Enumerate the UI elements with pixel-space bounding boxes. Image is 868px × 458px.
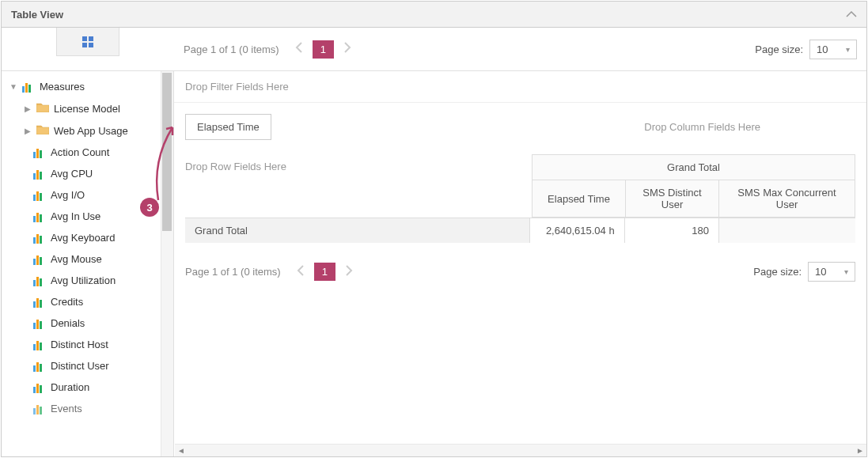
tree-item-avg-cpu[interactable]: Avg CPU <box>2 163 173 184</box>
collapse-toggle-icon[interactable]: ▼ <box>9 82 17 91</box>
bars-icon <box>33 361 46 372</box>
gt-value-elapsed: 2,640,615.04 h <box>529 218 624 243</box>
bars-icon <box>33 297 46 308</box>
tree-folder-web-app-usage[interactable]: ▶ Web App Usage <box>2 119 173 142</box>
svg-rect-3 <box>89 43 93 47</box>
tab-section <box>2 28 174 70</box>
horizontal-scrollbar[interactable]: ◄ ► <box>175 444 866 456</box>
pager-prev-icon[interactable] <box>294 265 308 279</box>
tree-label: Distinct Host <box>51 339 108 350</box>
tree-item-duration[interactable]: Duration <box>2 377 173 398</box>
pager-prev-icon[interactable] <box>292 42 306 56</box>
tree-label: License Model <box>54 103 120 115</box>
pager-nav: 1 <box>294 263 356 281</box>
annotation-badge: 3 <box>140 198 159 217</box>
tree-item-distinct-host[interactable]: Distinct Host <box>2 334 173 355</box>
tree-item-denials[interactable]: Denials <box>2 312 173 334</box>
panel-header: Table View <box>2 2 866 28</box>
tree-label: Avg I/O <box>51 189 85 201</box>
tree-label: Web App Usage <box>54 125 128 137</box>
tree-label: Avg Keyboard <box>51 232 115 244</box>
folder-icon <box>36 102 49 115</box>
col-header-elapsed-time[interactable]: Elapsed Time <box>533 180 626 218</box>
pivot-grid-row: Drop Row Fields Here Grand Total Elapsed… <box>185 154 855 218</box>
bars-icon <box>33 233 46 244</box>
grid-view-tab[interactable] <box>56 28 119 56</box>
caret-down-icon: ▾ <box>844 267 848 276</box>
row-drop-zone[interactable]: Drop Row Fields Here <box>185 154 532 218</box>
pager-next-icon[interactable] <box>340 42 354 56</box>
pager-next-icon[interactable] <box>342 265 356 279</box>
page-size-value: 10 <box>817 44 828 55</box>
bars-icon <box>33 190 46 201</box>
pager-nav: 1 <box>292 40 354 59</box>
grand-total-label: Grand Total <box>185 218 529 243</box>
data-field-chip[interactable]: Elapsed Time <box>185 114 271 140</box>
scroll-left-icon[interactable]: ◄ <box>175 445 188 457</box>
tree-item-credits[interactable]: Credits <box>2 291 173 312</box>
svg-rect-1 <box>89 36 93 41</box>
pager-current-page[interactable]: 1 <box>313 40 334 59</box>
bars-icon <box>33 403 46 414</box>
expand-toggle-icon[interactable]: ▶ <box>24 127 32 135</box>
tree-item-avg-utilization[interactable]: Avg Utilization <box>2 270 173 291</box>
page-size-select[interactable]: 10 ▾ <box>808 262 855 282</box>
bars-icon <box>33 211 46 222</box>
bars-icon <box>33 147 46 158</box>
collapse-icon[interactable] <box>846 8 857 21</box>
sidebar-scrollbar[interactable] <box>161 71 173 456</box>
folder-icon <box>36 124 49 137</box>
gt-value-distinct: 180 <box>624 218 718 243</box>
svg-rect-2 <box>82 43 87 47</box>
tree-item-avg-keyboard[interactable]: Avg Keyboard <box>2 227 173 248</box>
page-size-select[interactable]: 10 ▾ <box>809 40 857 59</box>
scrollbar-thumb[interactable] <box>162 73 172 231</box>
scroll-right-icon[interactable]: ► <box>854 445 866 457</box>
tree-item-action-count[interactable]: Action Count <box>2 142 173 163</box>
tree-label: Distinct User <box>51 360 109 372</box>
panel-title: Table View <box>11 9 63 21</box>
page-size-label: Page size: <box>753 266 802 278</box>
tree-label: Denials <box>51 317 85 329</box>
bars-icon <box>33 254 46 265</box>
tree-item-distinct-user[interactable]: Distinct User <box>2 355 173 377</box>
grand-total-header: Grand Total <box>533 155 855 180</box>
tree-label: Avg In Use <box>51 210 100 222</box>
tree-label: Action Count <box>51 146 109 158</box>
tree-root-measures[interactable]: ▼ Measures <box>2 76 173 97</box>
tree-label: Measures <box>40 81 85 93</box>
bars-icon <box>22 81 35 93</box>
panel-body: Page 1 of 1 (0 items) 1 Page size: 10 ▾ <box>2 28 866 456</box>
bars-icon <box>33 382 46 393</box>
top-toolbar: Page 1 of 1 (0 items) 1 Page size: 10 ▾ <box>2 28 866 70</box>
col-header-sms-distinct-user[interactable]: SMS Distinct User <box>626 180 719 218</box>
grid-icon <box>82 36 93 47</box>
pivot-top-row: Elapsed Time Drop Column Fields Here <box>185 114 855 140</box>
caret-down-icon: ▾ <box>846 45 850 54</box>
pager-right: Page size: 10 ▾ <box>753 262 855 282</box>
tree-label: Events <box>51 403 82 414</box>
pivot-area: Elapsed Time Drop Column Fields Here Dro… <box>174 103 866 254</box>
tree-label: Duration <box>51 381 89 393</box>
pager-current-page[interactable]: 1 <box>314 263 335 281</box>
tree-label: Avg Utilization <box>51 274 116 286</box>
pivot-workspace: Drop Filter Fields Here Elapsed Time Dro… <box>174 71 866 456</box>
gt-value-concurrent <box>718 218 855 243</box>
tree-folder-license-model[interactable]: ▶ License Model <box>2 97 173 119</box>
page-size-label: Page size: <box>755 44 803 55</box>
tree-label: Avg CPU <box>51 168 93 180</box>
field-list-sidebar: ▼ Measures ▶ License Model ▶ <box>2 71 174 456</box>
pager-bottom: Page 1 of 1 (0 items) 1 Page size: <box>174 254 866 290</box>
pager-right: Page size: 10 ▾ <box>755 40 857 59</box>
field-tree: ▼ Measures ▶ License Model ▶ <box>2 71 173 424</box>
pager-info: Page 1 of 1 (0 items) <box>184 44 279 55</box>
column-drop-zone[interactable]: Drop Column Fields Here <box>644 121 855 133</box>
svg-rect-0 <box>82 36 87 41</box>
tree-label: Avg Mouse <box>51 253 102 265</box>
expand-toggle-icon[interactable]: ▶ <box>24 104 32 113</box>
pivot-table: Grand Total Elapsed Time SMS Distinct Us… <box>532 154 855 218</box>
tree-item-avg-mouse[interactable]: Avg Mouse <box>2 248 173 270</box>
filter-drop-zone[interactable]: Drop Filter Fields Here <box>174 71 866 103</box>
col-header-sms-max-concurrent[interactable]: SMS Max Concurrent User <box>719 180 855 218</box>
tree-item-events[interactable]: Events <box>2 398 173 419</box>
